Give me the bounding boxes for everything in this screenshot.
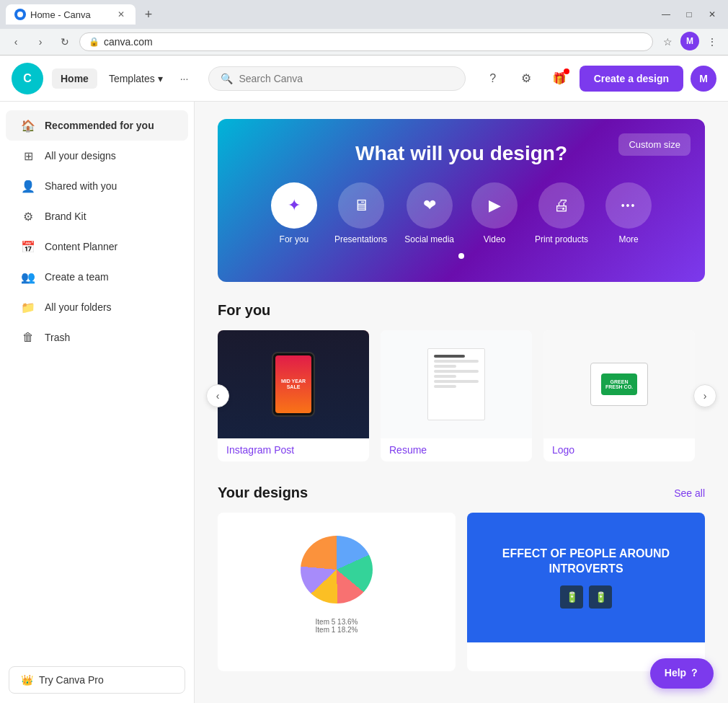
design-option-for-you[interactable]: ✦ For you <box>271 182 317 244</box>
sidebar-item-all-designs[interactable]: ⊞ All your designs <box>6 141 188 171</box>
gift-notification-dot <box>564 68 569 74</box>
tab-close-button[interactable]: ✕ <box>115 9 127 20</box>
tab-favicon <box>14 9 26 20</box>
folder-icon: 📁 <box>20 299 36 315</box>
settings-icon-button[interactable]: ⚙ <box>513 66 539 92</box>
new-tab-button[interactable]: + <box>138 4 159 25</box>
instagram-mock-visual: MID YEARSALE <box>218 330 369 438</box>
forward-button[interactable]: › <box>30 32 50 52</box>
design-option-video[interactable]: ▶ Video <box>471 182 518 244</box>
url-text: canva.com <box>104 36 644 48</box>
user-avatar[interactable]: M <box>691 66 716 92</box>
chrome-menu-icon[interactable]: ⋮ <box>702 32 722 52</box>
presentations-label: Presentations <box>334 234 387 244</box>
gift-icon-button[interactable]: 🎁 <box>546 66 572 92</box>
see-all-link[interactable]: See all <box>674 487 705 499</box>
nav-home-link[interactable]: Home <box>52 68 97 89</box>
sidebar-item-recommended[interactable]: 🏠 Recommended for you <box>6 110 188 141</box>
pie-chart-labels: Item 5 13.6% Item 1 18.2% <box>307 618 367 634</box>
more-label: More <box>618 234 638 244</box>
social-media-label: Social media <box>404 234 454 244</box>
search-icon: 🔍 <box>221 73 233 84</box>
try-pro-label: Try Canva Pro <box>39 674 104 686</box>
cards-next-arrow[interactable]: › <box>693 384 716 407</box>
resume-label: Resume <box>381 438 532 461</box>
design-card-2[interactable]: EFFECT OF PEOPLE AROUND INTROVERTS 🔋 🔋 <box>467 513 705 671</box>
hero-indicator <box>241 253 682 259</box>
app-header: C Home Templates ▾ ··· 🔍 ? ⚙ 🎁 Create a … <box>0 56 728 102</box>
sidebar-item-label-create-team: Create a team <box>45 271 109 283</box>
hero-banner: What will you design? Custom size ✦ For … <box>218 119 705 282</box>
video-circle: ▶ <box>471 182 518 229</box>
design-option-print-products[interactable]: 🖨 Print products <box>535 182 588 244</box>
reload-button[interactable]: ↻ <box>55 32 75 52</box>
help-icon-button[interactable]: ? <box>480 66 506 92</box>
logo-mock-visual: GREENFRESH CO. <box>543 330 695 438</box>
bookmark-icon[interactable]: ☆ <box>657 32 678 52</box>
sidebar-item-trash[interactable]: 🗑 Trash <box>6 322 188 353</box>
resume-line-2 <box>434 360 479 363</box>
your-designs-section: Your designs See all Item 5 13.6% <box>218 485 705 671</box>
window-close-button[interactable]: ✕ <box>702 4 722 25</box>
chrome-user-avatar[interactable]: M <box>680 32 699 50</box>
design-options: ✦ For you 🖥 Presentations ❤ <box>241 182 682 244</box>
sidebar-item-content-planner[interactable]: 📅 Content Planner <box>6 231 188 262</box>
sidebar-item-label-all-designs: All your designs <box>45 150 116 162</box>
try-canva-pro-button[interactable]: 👑 Try Canva Pro <box>9 666 185 694</box>
card-instagram-post[interactable]: MID YEARSALE Instagram Post <box>218 330 369 461</box>
social-media-circle: ❤ <box>407 182 453 229</box>
design-option-social-media[interactable]: ❤ Social media <box>404 182 454 244</box>
browser-tabs: Home - Canva ✕ + <box>6 4 159 25</box>
resume-line-3 <box>434 365 456 368</box>
cards-prev-arrow[interactable]: ‹ <box>206 384 229 407</box>
video-label: Video <box>484 234 505 244</box>
resume-mock-visual <box>381 330 532 438</box>
design-option-presentations[interactable]: 🖥 Presentations <box>334 182 387 244</box>
more-circle: ••• <box>605 182 652 229</box>
your-designs-section-header: Your designs See all <box>218 485 705 501</box>
back-button[interactable]: ‹ <box>6 32 26 52</box>
search-bar[interactable]: 🔍 <box>208 66 465 91</box>
custom-size-button[interactable]: Custom size <box>618 133 691 156</box>
your-designs-title: Your designs <box>218 485 308 501</box>
print-products-icon: 🖨 <box>554 196 569 215</box>
sidebar-item-folders[interactable]: 📁 All your folders <box>6 292 188 322</box>
video-icon: ▶ <box>489 196 501 215</box>
effects-icon-1: 🔋 <box>560 585 583 609</box>
canva-logo[interactable]: C <box>12 63 43 94</box>
app-body: 🏠 Recommended for you ⊞ All your designs… <box>0 102 728 703</box>
browser-tab-active[interactable]: Home - Canva ✕ <box>6 4 136 25</box>
toolbar-icons: ☆ M ⋮ <box>657 32 722 52</box>
effects-title-text: EFFECT OF PEOPLE AROUND INTROVERTS <box>481 547 691 577</box>
sidebar-item-shared[interactable]: 👤 Shared with you <box>6 171 188 201</box>
address-bar[interactable]: 🔒 canva.com <box>79 32 653 51</box>
presentations-circle: 🖥 <box>338 182 384 229</box>
instagram-post-label: Instagram Post <box>218 438 369 461</box>
design-card-2-thumbnail: EFFECT OF PEOPLE AROUND INTROVERTS 🔋 🔋 <box>467 513 705 642</box>
brand-kit-icon: ⚙ <box>20 208 36 224</box>
create-design-button[interactable]: Create a design <box>580 66 683 92</box>
card-logo[interactable]: GREENFRESH CO. Logo <box>543 330 695 461</box>
window-maximize-button[interactable]: □ <box>679 4 699 25</box>
sidebar-item-brand[interactable]: ⚙ Brand Kit <box>6 201 188 231</box>
logo-envelope-frame: GREENFRESH CO. <box>590 363 648 406</box>
resume-line-4 <box>434 370 479 373</box>
card-resume[interactable]: Resume <box>381 330 532 461</box>
nav-templates-link[interactable]: Templates ▾ <box>100 68 172 89</box>
print-products-circle: 🖨 <box>538 182 585 229</box>
nav-more-link[interactable]: ··· <box>174 68 195 89</box>
trash-icon: 🗑 <box>20 330 36 345</box>
design-card-1[interactable]: Item 5 13.6% Item 1 18.2% <box>218 513 456 671</box>
for-you-icon: ✦ <box>288 196 301 215</box>
window-minimize-button[interactable]: — <box>656 4 676 25</box>
design-option-more[interactable]: ••• More <box>605 182 652 244</box>
help-button[interactable]: Help ？ <box>650 658 714 689</box>
pie-label-item5: Item 5 13.6% <box>316 618 358 626</box>
social-media-icon: ❤ <box>423 196 436 215</box>
sidebar-item-label-folders: All your folders <box>45 301 112 313</box>
resume-thumbnail <box>381 330 532 438</box>
logo-tag-element: GREENFRESH CO. <box>601 373 637 395</box>
search-input[interactable] <box>239 73 453 84</box>
home-icon: 🏠 <box>20 118 36 133</box>
sidebar-item-create-team[interactable]: 👥 Create a team <box>6 262 188 292</box>
